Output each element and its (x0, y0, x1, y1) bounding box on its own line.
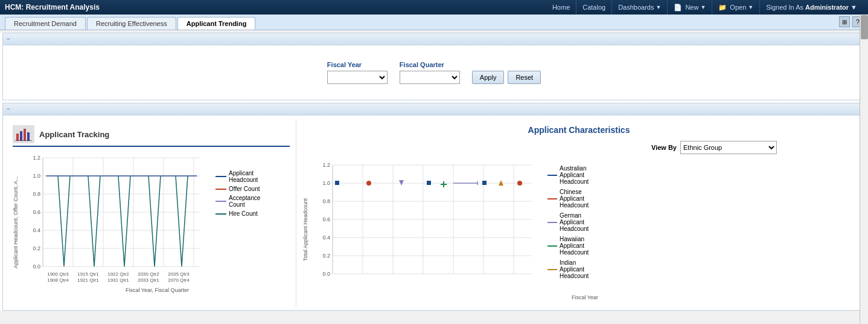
svg-text:0.6: 0.6 (322, 216, 330, 222)
tab-recruitment-demand[interactable]: Recruitment Demand (5, 17, 86, 30)
dashboards-nav[interactable]: Dashboards ▼ (612, 0, 668, 15)
left-chart-inner: Applicant Headcount, Offer Count, A... (13, 152, 290, 293)
svg-text:0.4: 0.4 (322, 235, 330, 241)
right-chart-inner: Total Applicant Headcount (302, 159, 855, 300)
view-by-label: View By (651, 144, 677, 151)
tab-applicant-trending[interactable]: Applicant Trending (177, 17, 256, 30)
svg-rect-59 (427, 181, 431, 185)
svg-rect-1 (20, 131, 22, 141)
signed-in-area: Signed In As Administrator ▼ (760, 4, 863, 11)
svg-text:1931 Qtr1: 1931 Qtr1 (107, 277, 129, 283)
svg-rect-2 (24, 129, 26, 141)
right-chart-area-wrap: 1.2 1.0 0.8 0.6 0.4 0.2 0.0 (314, 159, 855, 300)
view-by-row: View By Ethnic Group (302, 141, 777, 154)
svg-text:2033 Qtr1: 2033 Qtr1 (138, 277, 159, 283)
grid-icon[interactable]: ⊞ (839, 16, 850, 27)
charts-row: Applicant Tracking Applicant Headcount, … (7, 119, 861, 306)
charts-content: Applicant Tracking Applicant Headcount, … (3, 115, 865, 310)
left-x-axis-label: Fiscal Year, Fiscal Quarter (25, 287, 290, 293)
left-chart-title: Applicant Tracking (39, 130, 109, 139)
legend-line-headcount (215, 176, 226, 177)
fiscal-quarter-label: Fiscal Quarter (400, 61, 460, 68)
legend-item-german: GermanApplicantHeadcount (547, 212, 620, 232)
top-nav: HCM: Recruitment Analysis Home Catalog D… (0, 0, 868, 15)
signed-in-user: Administrator (805, 4, 849, 11)
main-content: − Fiscal Year Fiscal Quarter Apply (0, 33, 868, 311)
dashboards-arrow-icon: ▼ (656, 4, 662, 10)
svg-text:0.6: 0.6 (33, 209, 40, 215)
filter-row: Fiscal Year Fiscal Quarter Apply Reset (9, 51, 859, 94)
left-chart-and-legend: 1.2 1.0 0.8 0.6 0.4 0.2 0.0 (25, 152, 290, 285)
filter-panel: − Fiscal Year Fiscal Quarter Apply (2, 33, 866, 100)
svg-text:2035 Qtr3: 2035 Qtr3 (168, 271, 190, 277)
catalog-nav[interactable]: Catalog (576, 0, 612, 15)
svg-text:0.4: 0.4 (33, 227, 40, 233)
right-chart-and-legend: 1.2 1.0 0.8 0.6 0.4 0.2 0.0 (314, 159, 855, 292)
legend-australian-icon (547, 175, 557, 176)
home-nav[interactable]: Home (546, 0, 576, 15)
filter-panel-header: − (3, 33, 865, 45)
app-title: HCM: Recruitment Analysis (5, 3, 546, 11)
filter-collapse-btn[interactable]: − (7, 36, 10, 42)
right-chart-legend: AustralianApplicantHeadcount ChineseAppl… (547, 159, 620, 292)
svg-text:1908 Qtr4: 1908 Qtr4 (47, 277, 69, 283)
legend-line-offer (215, 189, 226, 190)
svg-text:0.0: 0.0 (322, 271, 330, 277)
svg-rect-64 (482, 181, 487, 185)
legend-line-hire (215, 213, 226, 215)
svg-text:0.8: 0.8 (33, 191, 40, 197)
svg-rect-0 (16, 134, 19, 141)
left-chart-title-area: Applicant Tracking (13, 125, 290, 147)
open-nav[interactable]: 📁 Open ▼ (712, 0, 760, 15)
right-x-axis-label: Fiscal Year (314, 294, 855, 300)
reset-button[interactable]: Reset (508, 71, 541, 84)
fiscal-quarter-group: Fiscal Quarter (400, 61, 460, 84)
view-by-select[interactable]: Ethnic Group (680, 141, 777, 154)
legend-item-hawaiian: HawaiianApplicantHeadcount (547, 236, 620, 256)
svg-text:1.0: 1.0 (322, 180, 330, 186)
new-arrow-icon: ▼ (700, 4, 706, 10)
user-arrow-icon: ▼ (850, 4, 857, 11)
tab-bar: Recruitment Demand Recruiting Effectiven… (0, 15, 868, 30)
legend-indian-icon (547, 269, 557, 270)
legend-item-australian: AustralianApplicantHeadcount (547, 165, 620, 185)
scrollbar[interactable] (860, 15, 868, 313)
legend-item-headcount: ApplicantHeadcount (215, 170, 260, 183)
legend-chinese-icon (547, 198, 557, 199)
fiscal-year-select[interactable] (327, 71, 388, 84)
apply-button[interactable]: Apply (472, 71, 505, 84)
legend-item-indian: IndianApplicantHeadcount (547, 259, 620, 279)
right-y-axis-label: Total Applicant Headcount (302, 159, 311, 300)
new-nav[interactable]: 📄 New ▼ (668, 0, 712, 15)
legend-item-offer: Offer Count (215, 186, 260, 192)
left-y-axis-label: Applicant Headcount, Offer Count, A... (13, 152, 21, 293)
fiscal-quarter-select[interactable] (400, 71, 460, 84)
svg-point-57 (366, 181, 371, 186)
svg-text:1915 Qtr1: 1915 Qtr1 (77, 271, 99, 277)
legend-line-acceptance (215, 201, 226, 202)
right-chart-title: Applicant Characteristics (302, 125, 855, 135)
filter-content: Fiscal Year Fiscal Quarter Apply Reset (3, 45, 865, 100)
scrollbar-thumb[interactable] (861, 15, 868, 39)
svg-text:0.2: 0.2 (33, 245, 40, 251)
fiscal-year-group: Fiscal Year (327, 61, 388, 84)
legend-item-hire: Hire Count (215, 210, 260, 217)
svg-text:1921 Qtr1: 1921 Qtr1 (77, 277, 99, 283)
svg-text:1.2: 1.2 (33, 155, 40, 161)
chart-icon (13, 125, 34, 143)
left-chart-legend: ApplicantHeadcount Offer Count Acceptanc… (215, 152, 260, 285)
fiscal-year-label: Fiscal Year (327, 61, 388, 68)
tab-recruiting-effectiveness[interactable]: Recruiting Effectiveness (87, 17, 176, 30)
svg-text:1.2: 1.2 (322, 162, 330, 168)
charts-collapse-btn[interactable]: − (7, 106, 10, 112)
svg-text:2030 Qtr2: 2030 Qtr2 (138, 271, 159, 277)
svg-rect-56 (335, 181, 339, 185)
svg-text:1922 Qtr2: 1922 Qtr2 (107, 271, 129, 277)
left-chart: Applicant Tracking Applicant Headcount, … (7, 119, 296, 306)
svg-text:0.8: 0.8 (322, 198, 330, 204)
filter-buttons: Apply Reset (472, 71, 541, 84)
right-chart-svg: 1.2 1.0 0.8 0.6 0.4 0.2 0.0 (314, 159, 544, 292)
svg-text:0.0: 0.0 (33, 264, 40, 270)
svg-text:0.2: 0.2 (322, 253, 330, 259)
svg-text:1.0: 1.0 (33, 173, 40, 179)
